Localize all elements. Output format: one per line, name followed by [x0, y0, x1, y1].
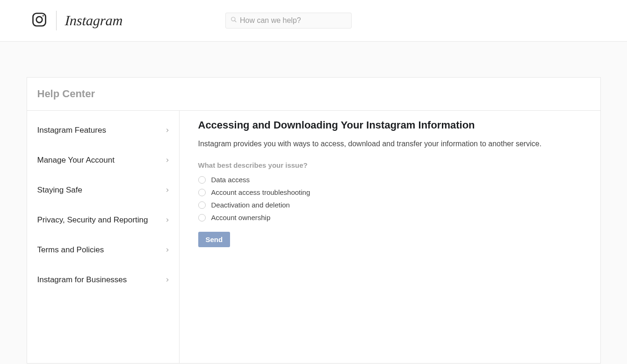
radio-icon[interactable] — [198, 189, 206, 196]
article-title: Accessing and Downloading Your Instagram… — [198, 119, 582, 131]
sidebar-item-terms-policies[interactable]: Terms and Policies — [27, 235, 179, 265]
sidebar-item-label: Instagram Features — [37, 126, 106, 135]
chevron-right-icon — [165, 245, 170, 255]
chevron-right-icon — [165, 215, 170, 225]
svg-rect-0 — [33, 14, 46, 26]
option-account-access-troubleshooting[interactable]: Account access troubleshooting — [198, 188, 582, 196]
sidebar-item-privacy-security[interactable]: Privacy, Security and Reporting — [27, 205, 179, 235]
option-label: Account access troubleshooting — [211, 188, 310, 196]
logo[interactable]: Instagram — [31, 11, 123, 30]
send-button[interactable]: Send — [198, 232, 231, 247]
option-deactivation-deletion[interactable]: Deactivation and deletion — [198, 201, 582, 209]
brand-wordmark: Instagram — [65, 13, 123, 29]
search-box[interactable] — [225, 13, 352, 29]
chevron-right-icon — [165, 126, 170, 135]
sidebar-item-manage-account[interactable]: Manage Your Account — [27, 145, 179, 175]
chevron-right-icon — [165, 186, 170, 195]
sidebar-item-staying-safe[interactable]: Staying Safe — [27, 175, 179, 205]
svg-point-3 — [231, 17, 235, 21]
option-label: Data access — [211, 176, 250, 184]
svg-point-1 — [36, 17, 43, 23]
logo-divider — [56, 11, 57, 30]
sidebar-item-businesses[interactable]: Instagram for Businesses — [27, 265, 179, 295]
instagram-glyph-icon — [31, 11, 48, 30]
content-card: Help Center Instagram Features Manage Yo… — [27, 77, 601, 364]
form-question: What best describes your issue? — [198, 161, 582, 169]
sidebar-item-instagram-features[interactable]: Instagram Features — [27, 115, 179, 145]
radio-icon[interactable] — [198, 201, 206, 209]
sidebar-item-label: Staying Safe — [37, 186, 82, 195]
sidebar-item-label: Instagram for Businesses — [37, 275, 127, 285]
sidebar-item-label: Privacy, Security and Reporting — [37, 215, 148, 225]
radio-icon[interactable] — [198, 214, 206, 221]
sidebar: Instagram Features Manage Your Account S… — [27, 111, 180, 363]
sidebar-item-label: Manage Your Account — [37, 156, 115, 165]
chevron-right-icon — [165, 275, 170, 285]
article-intro: Instagram provides you with ways to acce… — [198, 140, 582, 148]
radio-icon[interactable] — [198, 176, 206, 184]
help-center-title[interactable]: Help Center — [37, 88, 590, 100]
sidebar-item-label: Terms and Policies — [37, 245, 104, 255]
option-label: Account ownership — [211, 214, 271, 221]
svg-point-2 — [43, 15, 44, 16]
option-label: Deactivation and deletion — [211, 201, 290, 209]
top-bar: Instagram — [0, 0, 627, 42]
search-icon — [231, 16, 240, 25]
search-input[interactable] — [240, 16, 346, 25]
option-account-ownership[interactable]: Account ownership — [198, 214, 582, 221]
option-data-access[interactable]: Data access — [198, 176, 582, 184]
svg-line-4 — [235, 21, 237, 22]
chevron-right-icon — [165, 156, 170, 165]
main-content: Accessing and Downloading Your Instagram… — [180, 111, 600, 363]
